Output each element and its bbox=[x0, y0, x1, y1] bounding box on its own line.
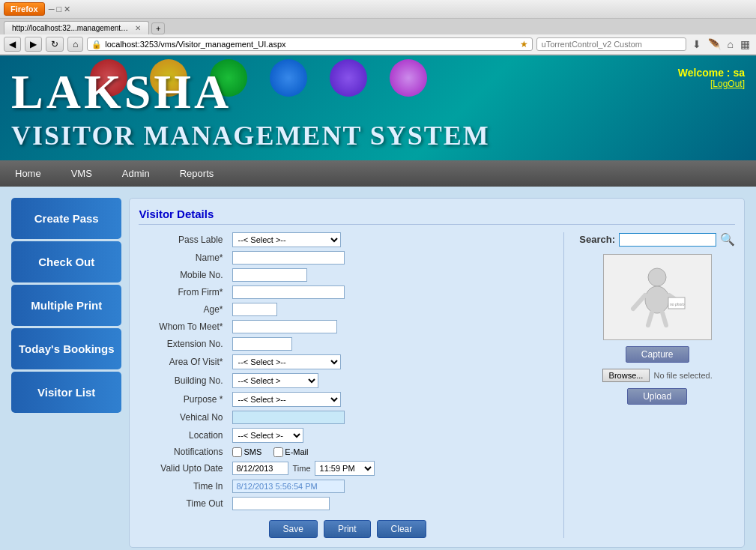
create-pass-button[interactable]: Create Pass bbox=[11, 198, 121, 239]
email-checkbox[interactable] bbox=[273, 447, 283, 457]
area-of-visit-select[interactable]: --< Select >-- bbox=[232, 354, 341, 369]
visitor-list-button[interactable]: Visitor List bbox=[11, 372, 121, 413]
capture-button[interactable]: Capture bbox=[626, 346, 689, 363]
pass-label-select[interactable]: --< Select >-- bbox=[232, 232, 341, 247]
multiple-print-button[interactable]: Multiple Print bbox=[11, 285, 121, 326]
notifications-row: Notifications SMS E-Mail bbox=[139, 447, 556, 457]
todays-bookings-button[interactable]: Today's Bookings bbox=[11, 328, 121, 369]
sms-checkbox[interactable] bbox=[232, 447, 242, 457]
url-input[interactable] bbox=[102, 39, 519, 49]
time-in-row: Time In bbox=[139, 480, 556, 493]
area-of-visit-row: Area Of Visit* --< Select >-- bbox=[139, 354, 556, 369]
mobile-label-text: Mobile No. bbox=[139, 270, 229, 280]
location-select[interactable]: --< Select >- bbox=[232, 428, 303, 443]
time-in-label-text: Time In bbox=[139, 481, 229, 492]
search-label: Search: bbox=[579, 234, 615, 245]
mobile-row: Mobile No. bbox=[139, 268, 556, 282]
from-firm-input[interactable] bbox=[232, 285, 345, 299]
sms-label: SMS bbox=[244, 447, 261, 456]
star-icon[interactable]: ★ bbox=[520, 39, 528, 49]
print-button[interactable]: Print bbox=[324, 520, 371, 538]
logout-link[interactable]: [LogOut] bbox=[678, 79, 745, 89]
vehical-row: Vehical No bbox=[139, 411, 556, 424]
photo-box: no photo bbox=[603, 254, 712, 340]
browser-search-input[interactable] bbox=[536, 37, 686, 51]
time-out-row: Time Out bbox=[139, 497, 556, 510]
location-label-text: Location bbox=[139, 430, 229, 441]
name-input[interactable] bbox=[232, 251, 345, 265]
valid-date-input[interactable] bbox=[232, 462, 288, 475]
from-firm-label-text: From Firm* bbox=[139, 287, 229, 297]
time-out-input[interactable] bbox=[232, 497, 330, 510]
visitor-details-panel: Visitor Details Pass Lable --< Select >-… bbox=[129, 198, 745, 548]
sms-checkbox-label[interactable]: SMS bbox=[232, 447, 261, 457]
home2-icon[interactable]: ⌂ bbox=[725, 37, 736, 51]
new-tab-button[interactable]: + bbox=[151, 22, 165, 34]
age-input[interactable] bbox=[232, 303, 277, 316]
browser-tab[interactable]: http://localhost:32...management_UI.aspx… bbox=[4, 21, 149, 34]
forward-button[interactable]: ▶ bbox=[25, 37, 42, 52]
nav-home[interactable]: Home bbox=[0, 160, 56, 187]
window-minimize[interactable]: ─ bbox=[49, 4, 55, 13]
home-button[interactable]: ⌂ bbox=[67, 37, 83, 52]
sidebar-icon[interactable]: ▦ bbox=[738, 37, 752, 51]
extension-input[interactable] bbox=[232, 337, 292, 351]
whom-to-meet-input[interactable] bbox=[232, 320, 337, 333]
email-checkbox-label[interactable]: E-Mail bbox=[273, 447, 308, 457]
search-button[interactable]: 🔍 bbox=[720, 232, 735, 247]
mobile-input[interactable] bbox=[232, 268, 307, 282]
time-label-text: Time bbox=[292, 464, 310, 473]
tab-close-btn[interactable]: ✕ bbox=[135, 24, 141, 32]
vehical-input[interactable] bbox=[232, 411, 345, 424]
from-firm-row: From Firm* bbox=[139, 285, 556, 299]
feather-icon[interactable]: 🪶 bbox=[706, 37, 723, 51]
svg-line-2 bbox=[633, 295, 645, 309]
nav-vms[interactable]: VMS bbox=[56, 160, 107, 187]
clear-button[interactable]: Clear bbox=[377, 520, 427, 538]
firefox-button[interactable]: Firefox bbox=[4, 2, 45, 16]
lock-icon: 🔒 bbox=[91, 40, 102, 49]
form-action-buttons: Save Print Clear bbox=[139, 514, 556, 538]
building-no-label-text: Building No. bbox=[139, 375, 229, 386]
time-select[interactable]: 11:59 PM bbox=[315, 461, 375, 476]
notifications-options: SMS E-Mail bbox=[232, 447, 308, 457]
search-input[interactable] bbox=[619, 233, 716, 247]
svg-text:no photo: no photo bbox=[670, 302, 685, 306]
valid-upto-label-text: Valid Upto Date bbox=[139, 463, 229, 474]
upload-button[interactable]: Upload bbox=[627, 388, 687, 405]
email-label: E-Mail bbox=[285, 447, 308, 456]
time-in-input[interactable] bbox=[232, 480, 345, 493]
notifications-label-text: Notifications bbox=[139, 447, 229, 457]
nav-reports[interactable]: Reports bbox=[165, 160, 229, 187]
pass-label-text: Pass Lable bbox=[139, 235, 229, 245]
purpose-label-text: Purpose * bbox=[139, 394, 229, 405]
check-out-button[interactable]: Check Out bbox=[11, 241, 121, 282]
back-button[interactable]: ◀ bbox=[4, 37, 21, 52]
whom-to-meet-label-text: Whom To Meet* bbox=[139, 321, 229, 332]
svg-line-6 bbox=[648, 312, 652, 325]
browse-button[interactable]: Browse... bbox=[602, 369, 650, 382]
photo-area: Search: 🔍 bbox=[572, 232, 735, 538]
window-close[interactable]: ✕ bbox=[64, 4, 70, 14]
age-row: Age* bbox=[139, 303, 556, 316]
svg-point-0 bbox=[648, 268, 666, 286]
purpose-select[interactable]: --< Select >-- bbox=[232, 392, 341, 407]
reload-button[interactable]: ↻ bbox=[46, 37, 64, 52]
save-button[interactable]: Save bbox=[269, 520, 318, 538]
file-status-text: No file selected. bbox=[653, 371, 712, 380]
window-maximize[interactable]: □ bbox=[56, 4, 61, 13]
nav-admin[interactable]: Admin bbox=[107, 160, 165, 187]
extension-row: Extension No. bbox=[139, 337, 556, 351]
file-upload-row: Browse... No file selected. bbox=[602, 369, 713, 382]
panel-title: Visitor Details bbox=[139, 208, 735, 225]
form-fields: Pass Lable --< Select >-- Name* Mobile N… bbox=[139, 232, 556, 538]
download-icon[interactable]: ⬇ bbox=[690, 37, 704, 51]
extension-label-text: Extension No. bbox=[139, 339, 229, 349]
time-out-label-text: Time Out bbox=[139, 498, 229, 509]
valid-upto-row: Valid Upto Date Time 11:59 PM bbox=[139, 461, 556, 476]
search-row: Search: 🔍 bbox=[579, 232, 735, 247]
welcome-text: Welcome : sa bbox=[678, 67, 745, 79]
building-no-row: Building No. --< Select > bbox=[139, 373, 556, 388]
vehical-label-text: Vehical No bbox=[139, 412, 229, 423]
building-no-select[interactable]: --< Select > bbox=[232, 373, 318, 388]
